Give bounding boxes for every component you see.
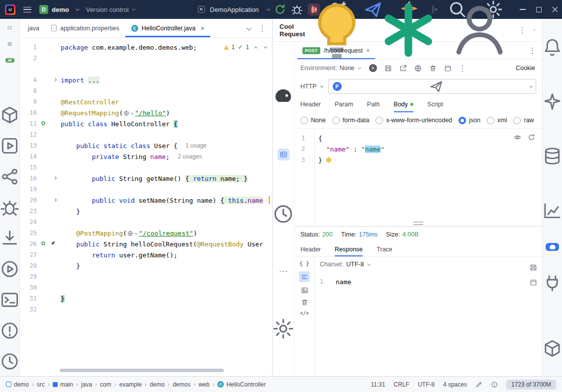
run-config-name[interactable]: DemoApplication [210, 6, 259, 13]
url-input[interactable]: P http://localhost:8080/hello/coolreques… [328, 79, 536, 94]
body-type-json[interactable]: json [459, 117, 480, 124]
editor-tab[interactable]: CHelloController.java× [125, 19, 211, 37]
protocol-select[interactable]: HTTP [300, 83, 322, 90]
splitter-handle[interactable] [413, 222, 423, 225]
request-tab-path[interactable]: Path [367, 96, 380, 112]
breadcrumb-item[interactable]: demo [6, 381, 29, 388]
close-tab-icon[interactable]: × [366, 47, 370, 54]
horizontal-scrollbar[interactable] [60, 369, 224, 372]
request-tab-body[interactable]: Body [394, 96, 414, 112]
dependencies-tool-icon[interactable] [0, 229, 19, 248]
url-globe-icon[interactable] [123, 110, 133, 116]
database-tool-icon[interactable] [543, 134, 562, 178]
response-body-editor[interactable]: 1name [315, 272, 524, 376]
curl-import-icon[interactable]: > [369, 64, 377, 72]
debugger-tool-icon[interactable] [0, 198, 19, 217]
api-collection-icon[interactable] [278, 149, 289, 160]
charset-select[interactable]: UTF-8 [346, 261, 369, 268]
send-options-chevron-icon[interactable] [530, 84, 533, 87]
problems-tool-icon[interactable] [0, 321, 19, 340]
history-tool-icon[interactable] [0, 352, 19, 371]
editor-tab[interactable]: application.properties [45, 19, 125, 37]
line-separator[interactable]: CRLF [394, 381, 409, 388]
cursor-position[interactable]: 11:31 [371, 381, 385, 388]
body-type-form-data[interactable]: form-data [332, 117, 370, 124]
quickfix-bulb-icon[interactable] [326, 157, 331, 162]
more-actions-icon[interactable]: ⋮ [459, 65, 467, 72]
endpoints-tool-icon[interactable] [543, 189, 562, 233]
notifications-icon[interactable] [491, 381, 498, 388]
main-menu-icon[interactable] [23, 7, 31, 12]
send-request-icon[interactable] [349, 79, 524, 93]
build-tool-icon[interactable] [0, 105, 19, 125]
project-widget[interactable]: D demo [39, 5, 78, 14]
editor-options-icon[interactable]: ⋮ [259, 24, 266, 32]
breadcrumb-item[interactable]: demo [150, 381, 165, 388]
schedule-icon[interactable] [530, 279, 537, 286]
write-access-icon[interactable] [475, 381, 482, 388]
format-braces-icon[interactable]: { } [299, 260, 309, 267]
clear-icon[interactable] [301, 299, 308, 306]
open-in-browser-icon[interactable] [414, 65, 422, 72]
body-type-xml[interactable]: xml [487, 117, 507, 124]
breadcrumb-item[interactable]: web [198, 381, 209, 388]
request-tab-script[interactable]: Script [427, 96, 443, 112]
ai-assistant-icon[interactable] [543, 80, 562, 124]
save-icon[interactable] [384, 65, 392, 72]
inspection-widget[interactable]: 1 ✓ 1 [224, 44, 266, 51]
debug-button[interactable] [291, 3, 303, 15]
response-tab-trace[interactable]: Trace [376, 242, 392, 256]
fold-arrow-icon[interactable] [53, 198, 57, 202]
cool-request-tool-icon[interactable] [546, 243, 559, 251]
close-window-button[interactable] [552, 0, 558, 19]
response-tab-response[interactable]: Response [335, 242, 363, 256]
delete-icon[interactable] [429, 65, 437, 72]
services-tool-icon[interactable] [0, 136, 19, 156]
reformat-icon[interactable] [528, 134, 535, 141]
request-tab[interactable]: POST /h/coolrequest × [297, 42, 375, 59]
body-type-None[interactable]: None [300, 117, 326, 124]
url-globe-icon[interactable] [127, 231, 137, 236]
hidden-tabs-chevron-icon[interactable] [247, 26, 252, 31]
response-tab-header[interactable]: Header [300, 242, 321, 256]
hide-panel-icon[interactable] [534, 30, 535, 31]
request-body-editor[interactable]: 1{2 "name" : "name"3} [294, 128, 542, 226]
code-view-icon[interactable]: </> [300, 311, 309, 316]
file-encoding[interactable]: UTF-8 [418, 381, 435, 388]
breadcrumb-item[interactable]: example [119, 381, 142, 388]
gradle-tool-icon[interactable] [543, 326, 562, 371]
coolrequest-logo-icon[interactable] [273, 48, 294, 143]
image-view-icon[interactable] [301, 287, 308, 294]
memory-indicator[interactable]: 1723 of 3700M [506, 380, 556, 390]
breadcrumb-item[interactable]: src [37, 381, 45, 388]
avatar[interactable]: JR [5, 58, 14, 63]
chevron-down-icon[interactable] [267, 7, 271, 10]
plugins-tool-icon[interactable] [543, 261, 562, 306]
text-view-icon[interactable] [299, 271, 310, 282]
usages-inlay[interactable]: 2 usages [178, 153, 202, 160]
body-type-raw[interactable]: raw [513, 117, 534, 124]
rocket-gutter-icon[interactable] [50, 240, 56, 246]
breadcrumb-item[interactable]: CHelloController [217, 381, 266, 388]
fold-arrow-icon[interactable] [53, 78, 57, 81]
project-tool-icon[interactable] [0, 25, 19, 30]
rerun-button[interactable] [274, 3, 286, 15]
history-icon[interactable] [273, 166, 294, 261]
bean-gutter-icon[interactable] [41, 241, 45, 245]
breadcrumb-item[interactable]: demos [173, 381, 190, 388]
prev-issue-icon[interactable] [254, 46, 258, 50]
close-tab-icon[interactable]: × [200, 24, 204, 32]
notifications-bell-icon[interactable] [543, 25, 562, 70]
editor-tab[interactable]: java [22, 19, 45, 37]
request-tab-header[interactable]: Header [300, 96, 321, 112]
request-tab-param[interactable]: Param [335, 96, 353, 112]
save-response-icon[interactable] [530, 264, 537, 271]
export-icon[interactable] [399, 65, 407, 72]
commit-tool-icon[interactable] [0, 42, 19, 46]
breadcrumb-item[interactable]: main [53, 381, 73, 388]
breadcrumb-item[interactable]: com [100, 381, 111, 388]
environment-value[interactable]: None [340, 65, 355, 72]
vcs-graph-tool-icon[interactable] [0, 167, 19, 186]
maximize-window-button[interactable] [536, 0, 542, 19]
schedule-icon[interactable] [444, 65, 452, 72]
